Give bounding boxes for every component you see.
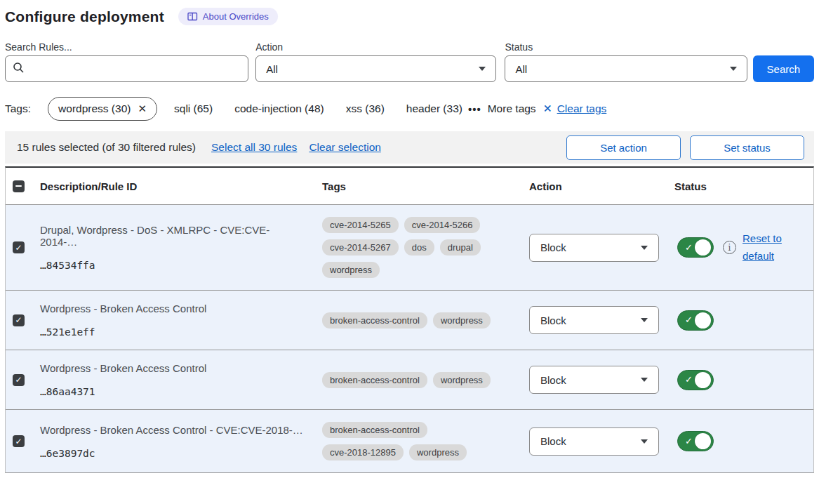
search-rules-label: Search Rules... [5, 41, 248, 53]
table-header-row: Description/Rule ID Tags Action Status [6, 168, 813, 204]
tag-pill: wordpress [409, 444, 467, 460]
tag-pill: cve-2018-12895 [322, 444, 404, 460]
rule-id: …86aa4371 [40, 386, 305, 397]
status-cell: ✓ i Reset to default [674, 230, 813, 265]
action-cell: Block [529, 427, 674, 456]
status-toggle[interactable]: ✓ [677, 237, 714, 258]
status-toggle[interactable]: ✓ [677, 431, 714, 451]
header-checkbox-cell [6, 180, 40, 192]
tags-cell: broken-access-controlcve-2018-12895wordp… [322, 422, 503, 460]
selected-tag-wordpress[interactable]: wordpress (30) ✕ [48, 97, 157, 121]
action-cell: Block [529, 366, 674, 394]
status-filter-group: Status All [505, 41, 747, 82]
rule-description: Wordpress - Broken Access Control [40, 362, 305, 374]
selected-tag-label: wordpress (30) [58, 102, 131, 115]
status-extras: i Reset to default [714, 230, 792, 265]
search-button[interactable]: Search [753, 55, 814, 82]
tags-cell: cve-2014-5265cve-2014-5266cve-2014-5267d… [322, 217, 503, 278]
description-cell: Wordpress - Broken Access Control - CVE:… [40, 424, 322, 459]
action-filter-label: Action [255, 41, 496, 53]
row-checkbox-cell: ✓ [6, 435, 40, 447]
check-icon: ✓ [685, 242, 693, 253]
col-header-action: Action [529, 180, 674, 192]
rule-description: Wordpress - Broken Access Control - CVE:… [40, 424, 305, 436]
status-cell: ✓ [674, 370, 813, 390]
action-filter-value: All [266, 63, 278, 75]
tags-cell: broken-access-controlwordpress [322, 312, 503, 329]
toggle-knob [695, 239, 711, 256]
selection-bar: 15 rules selected (of 30 filtered rules)… [5, 131, 814, 164]
more-tags-button[interactable]: ••• More tags [468, 102, 536, 115]
tag-link[interactable]: xss (36) [346, 102, 385, 115]
description-cell: Wordpress - Broken Access Control …521e1… [40, 303, 322, 338]
rule-description: Wordpress - Broken Access Control [40, 303, 305, 314]
status-filter-label: Status [505, 41, 747, 53]
close-icon[interactable]: ✕ [138, 102, 147, 115]
action-select[interactable]: Block [529, 366, 659, 394]
tags-cell: broken-access-controlwordpress [322, 372, 503, 388]
clear-tags-label: Clear tags [557, 102, 607, 115]
clear-selection-link[interactable]: Clear selection [309, 141, 381, 154]
clear-tags-button[interactable]: ✕ Clear tags [543, 102, 607, 115]
table-row: ✓ Wordpress - Broken Access Control - CV… [6, 409, 813, 472]
action-select[interactable]: Block [529, 306, 659, 334]
rules-table: Description/Rule ID Tags Action Status ✓… [5, 166, 814, 473]
status-toggle[interactable]: ✓ [677, 370, 714, 390]
status-filter-select[interactable]: All [505, 55, 747, 82]
tag-pill: broken-access-control [322, 312, 427, 329]
row-checkbox[interactable]: ✓ [13, 435, 25, 447]
row-checkbox[interactable]: ✓ [13, 314, 25, 326]
action-select-value: Block [540, 374, 566, 386]
table-body: ✓ Drupal, Wordpress - DoS - XMLRPC - CVE… [6, 204, 813, 472]
toggle-knob [695, 433, 711, 449]
check-icon: ✓ [685, 436, 693, 446]
tag-pill: cve-2014-5266 [404, 217, 481, 233]
more-tags-label: More tags [488, 102, 536, 115]
tag-link[interactable]: code-injection (48) [234, 102, 324, 115]
chevron-down-icon [641, 246, 648, 250]
select-all-checkbox[interactable] [13, 180, 25, 192]
info-icon[interactable]: i [723, 241, 736, 254]
minus-icon [15, 185, 22, 187]
tag-pill: broken-access-control [322, 422, 427, 438]
tag-pill: drupal [440, 239, 481, 256]
action-filter-group: Action All [255, 41, 496, 82]
set-action-button[interactable]: Set action [566, 135, 681, 160]
check-icon: ✓ [15, 437, 22, 446]
chevron-down-icon [641, 439, 648, 444]
about-overrides-label: About Overrides [203, 11, 269, 22]
page-title: Configure deployment [5, 8, 164, 25]
set-status-button[interactable]: Set status [690, 135, 804, 160]
reset-to-default-link[interactable]: Reset to default [743, 230, 792, 265]
tag-link[interactable]: header (33) [406, 102, 462, 115]
row-checkbox[interactable]: ✓ [13, 241, 25, 253]
search-rules-group: Search Rules... [5, 41, 248, 82]
rule-id: …521e1eff [40, 326, 305, 338]
tag-link[interactable]: sqli (65) [174, 102, 213, 115]
action-select[interactable]: Block [529, 234, 659, 262]
book-icon [187, 12, 198, 21]
search-rules-input[interactable] [30, 56, 241, 81]
col-header-tags: Tags [322, 180, 529, 192]
search-rules-input-box[interactable] [5, 55, 248, 82]
more-tags-icon: ••• [468, 103, 481, 115]
configure-deployment-page: Configure deployment About Overrides Sea… [0, 0, 819, 473]
rule-id: …6e3897dc [40, 448, 305, 459]
close-icon: ✕ [543, 102, 552, 115]
tags-bar-label: Tags: [5, 102, 31, 115]
select-all-link[interactable]: Select all 30 rules [211, 141, 297, 154]
chevron-down-icon [730, 67, 737, 71]
status-toggle[interactable]: ✓ [677, 310, 714, 331]
table-row: ✓ Drupal, Wordpress - DoS - XMLRPC - CVE… [6, 204, 813, 290]
action-select-value: Block [540, 314, 566, 326]
action-select[interactable]: Block [529, 427, 659, 456]
col-header-description: Description/Rule ID [40, 180, 322, 192]
tag-pill: wordpress [433, 372, 491, 388]
row-checkbox[interactable]: ✓ [13, 374, 25, 386]
action-filter-select[interactable]: All [255, 55, 496, 82]
rule-id: …84534ffa [40, 260, 305, 271]
tag-pill: cve-2014-5265 [322, 217, 399, 233]
chevron-down-icon [641, 318, 648, 322]
check-icon: ✓ [15, 376, 22, 384]
about-overrides-badge[interactable]: About Overrides [178, 8, 278, 25]
